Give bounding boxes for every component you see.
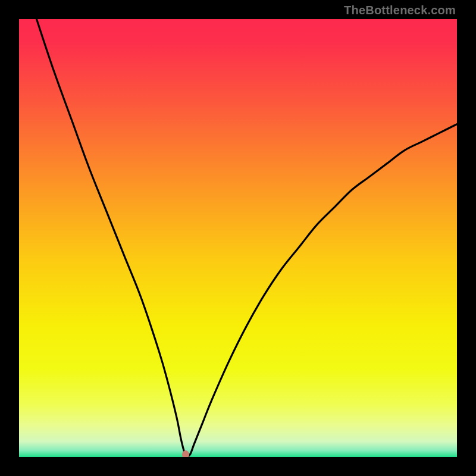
minimum-marker — [182, 450, 189, 457]
chart-svg — [19, 19, 457, 457]
plot-area — [19, 19, 457, 457]
gradient-background — [19, 19, 457, 457]
watermark-text: TheBottleneck.com — [344, 4, 456, 17]
chart-frame: TheBottleneck.com — [0, 0, 476, 476]
